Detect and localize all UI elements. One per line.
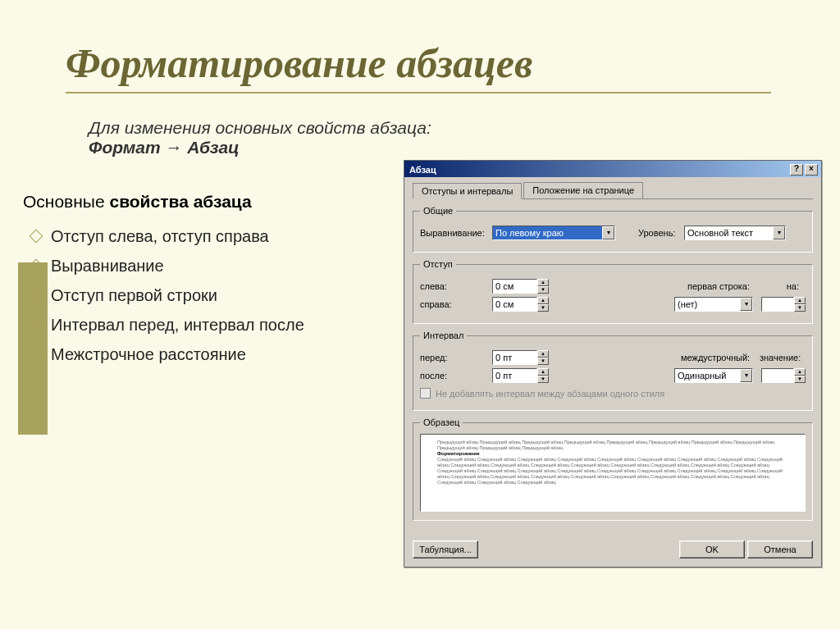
group-general: Общие Выравнивание: По левому краю ▾ Уро… bbox=[413, 206, 813, 253]
list-item: Отступ первой строки bbox=[31, 280, 304, 310]
spin-up-icon[interactable]: ▲ bbox=[537, 350, 549, 358]
diamond-icon bbox=[30, 259, 43, 273]
titlebar[interactable]: Абзац ? × bbox=[404, 161, 821, 177]
close-button[interactable]: × bbox=[805, 164, 818, 175]
intro-line: Для изменения основных свойств абзаца: bbox=[89, 118, 431, 137]
label-linespacing: междустрочный: bbox=[681, 353, 760, 362]
slide-title: Форматирование абзацев bbox=[66, 39, 532, 87]
menu-path-abzac: Абзац bbox=[187, 138, 239, 157]
label-value: значение: bbox=[760, 353, 806, 362]
spinner-right-value[interactable]: 0 см bbox=[492, 297, 537, 312]
paragraph-dialog: Абзац ? × Отступы и интервалы Положение … bbox=[404, 160, 822, 567]
chevron-down-icon[interactable]: ▾ bbox=[740, 369, 752, 382]
legend-indent: Отступ bbox=[420, 259, 456, 269]
group-preview: Образец Предыдущий абзац Предыдущий абза… bbox=[413, 417, 813, 521]
spinner-before-value[interactable]: 0 пт bbox=[492, 350, 537, 365]
spin-down-icon[interactable]: ▼ bbox=[537, 286, 549, 294]
legend-general: Общие bbox=[420, 206, 456, 216]
list-item: Отступ слева, отступ справа bbox=[31, 221, 304, 251]
tab-position[interactable]: Положение на странице bbox=[523, 182, 643, 198]
label-level: Уровень: bbox=[638, 228, 684, 238]
legend-preview: Образец bbox=[420, 417, 463, 427]
group-interval: Интервал перед: 0 пт ▲▼ междустрочный: з… bbox=[413, 330, 813, 411]
label-checkbox: Не добавлять интервал между абзацами одн… bbox=[436, 389, 664, 399]
spin-up-icon[interactable]: ▲ bbox=[794, 297, 806, 304]
combo-align[interactable]: По левому краю ▾ bbox=[492, 226, 615, 240]
list-item: Межстрочное расстояние bbox=[31, 340, 304, 369]
combo-linespacing-value: Одинарный bbox=[678, 371, 726, 381]
label-firstline: первая строка: bbox=[687, 281, 766, 291]
title-underline bbox=[66, 92, 771, 93]
label-after: после: bbox=[420, 371, 492, 381]
spin-up-icon[interactable]: ▲ bbox=[537, 368, 549, 376]
spinner-right[interactable]: 0 см ▲▼ bbox=[492, 297, 549, 312]
spin-up-icon[interactable]: ▲ bbox=[537, 297, 549, 304]
label-align: Выравнивание: bbox=[420, 228, 492, 238]
spinner-value-value[interactable] bbox=[761, 368, 794, 383]
legend-interval: Интервал bbox=[420, 330, 467, 340]
spin-up-icon[interactable]: ▲ bbox=[537, 279, 549, 286]
combo-firstline[interactable]: (нет) ▾ bbox=[674, 297, 753, 312]
subtitle-a: Основные bbox=[23, 192, 109, 211]
tab-strip: Отступы и интервалы Положение на страниц… bbox=[413, 182, 813, 199]
subtitle-b: свойства абзаца bbox=[109, 192, 251, 211]
menu-path-arrow: → bbox=[166, 138, 183, 157]
spin-down-icon[interactable]: ▼ bbox=[537, 376, 549, 383]
diamond-icon bbox=[30, 318, 43, 332]
spinner-after[interactable]: 0 пт ▲▼ bbox=[492, 368, 549, 383]
combo-firstline-value: (нет) bbox=[678, 299, 697, 309]
spinner-after-value[interactable]: 0 пт bbox=[492, 368, 537, 383]
combo-align-value: По левому краю bbox=[495, 228, 564, 238]
label-right: справа: bbox=[420, 299, 492, 309]
preview-pane: Предыдущий абзац Предыдущий абзац Предыд… bbox=[420, 434, 806, 512]
spin-up-icon[interactable]: ▲ bbox=[794, 368, 806, 376]
spinner-before[interactable]: 0 пт ▲▼ bbox=[492, 350, 549, 365]
spin-down-icon[interactable]: ▼ bbox=[794, 376, 806, 383]
label-left: слева: bbox=[420, 281, 492, 291]
combo-linespacing[interactable]: Одинарный ▾ bbox=[674, 368, 753, 383]
intro-text: Для изменения основных свойств абзаца: Ф… bbox=[89, 118, 431, 157]
spinner-na[interactable]: ▲▼ bbox=[761, 297, 806, 312]
chevron-down-icon[interactable]: ▾ bbox=[602, 226, 614, 239]
combo-level[interactable]: Основной текст ▾ bbox=[684, 226, 786, 240]
spinner-left-value[interactable]: 0 см bbox=[492, 279, 537, 294]
bullet-list: Отступ слева, отступ справа Выравнивание… bbox=[31, 221, 304, 369]
help-button[interactable]: ? bbox=[790, 164, 803, 175]
button-ok[interactable]: OK bbox=[679, 540, 745, 558]
combo-level-value: Основной текст bbox=[687, 228, 753, 238]
label-before: перед: bbox=[420, 353, 492, 362]
tab-indents[interactable]: Отступы и интервалы bbox=[413, 183, 522, 199]
label-na: на: bbox=[766, 281, 799, 291]
diamond-icon bbox=[30, 289, 43, 303]
spinner-left[interactable]: 0 см ▲▼ bbox=[492, 279, 549, 294]
list-item: Интервал перед, интервал после bbox=[31, 310, 304, 340]
button-cancel[interactable]: Отмена bbox=[747, 540, 813, 558]
dialog-title: Абзац bbox=[409, 165, 436, 175]
chevron-down-icon[interactable]: ▾ bbox=[740, 298, 752, 311]
checkbox-samestyle bbox=[420, 388, 431, 399]
list-item: Выравнивание bbox=[31, 251, 304, 280]
button-tabulation[interactable]: Табуляция... bbox=[413, 540, 478, 558]
spin-down-icon[interactable]: ▼ bbox=[537, 304, 549, 312]
diamond-icon bbox=[30, 348, 43, 362]
diamond-icon bbox=[30, 230, 43, 244]
spinner-na-value[interactable] bbox=[761, 297, 794, 312]
chevron-down-icon[interactable]: ▾ bbox=[773, 226, 785, 239]
spin-down-icon[interactable]: ▼ bbox=[794, 304, 806, 312]
group-indent: Отступ слева: 0 см ▲▼ первая строка: на:… bbox=[413, 259, 813, 324]
subtitle: Основные свойства абзаца bbox=[23, 192, 252, 212]
spinner-value[interactable]: ▲▼ bbox=[761, 368, 806, 383]
spin-down-icon[interactable]: ▼ bbox=[537, 358, 549, 365]
menu-path-format: Формат bbox=[89, 138, 161, 157]
